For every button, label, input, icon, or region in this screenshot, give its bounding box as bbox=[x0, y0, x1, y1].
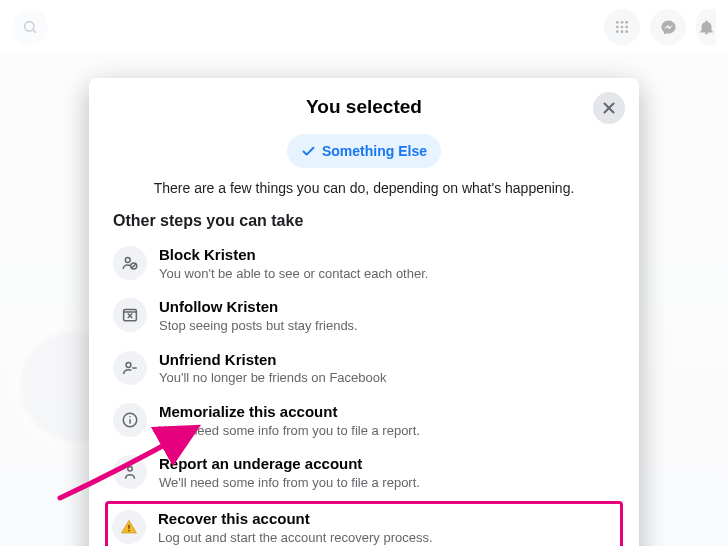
option-title: Unfollow Kristen bbox=[159, 298, 615, 317]
you-selected-modal: You selected Something Else There are a … bbox=[89, 78, 639, 546]
option-block[interactable]: Block Kristen You won't be able to see o… bbox=[107, 238, 621, 290]
option-sub: We'll need some info from you to file a … bbox=[159, 474, 615, 492]
section-title: Other steps you can take bbox=[89, 210, 639, 238]
something-else-chip[interactable]: Something Else bbox=[287, 134, 441, 168]
option-sub: Stop seeing posts but stay friends. bbox=[159, 317, 615, 335]
svg-point-13 bbox=[125, 258, 130, 263]
chip-label: Something Else bbox=[322, 143, 427, 159]
option-underage[interactable]: Report an underage account We'll need so… bbox=[107, 447, 621, 499]
modal-header: You selected bbox=[89, 78, 639, 130]
option-title: Unfriend Kristen bbox=[159, 351, 615, 370]
warning-icon bbox=[120, 518, 138, 536]
unfriend-icon bbox=[121, 359, 139, 377]
option-sub: You'll no longer be friends on Facebook bbox=[159, 369, 615, 387]
modal-intro-text: There are a few things you can do, depen… bbox=[89, 178, 639, 210]
check-icon bbox=[301, 144, 316, 159]
svg-point-25 bbox=[128, 467, 133, 472]
option-sub: Log out and start the account recovery p… bbox=[158, 529, 616, 546]
close-icon bbox=[600, 99, 618, 117]
modal-title: You selected bbox=[105, 96, 623, 118]
option-sub: You won't be able to see or contact each… bbox=[159, 265, 615, 283]
option-recover[interactable]: Recover this account Log out and start t… bbox=[105, 501, 623, 546]
svg-point-24 bbox=[129, 416, 131, 418]
svg-line-15 bbox=[132, 264, 136, 268]
option-memorialize[interactable]: Memorialize this account We'll need some… bbox=[107, 395, 621, 447]
underage-icon bbox=[121, 463, 139, 481]
svg-rect-26 bbox=[128, 525, 129, 529]
selected-chip-row: Something Else bbox=[89, 130, 639, 178]
svg-point-27 bbox=[128, 530, 130, 532]
option-title: Memorialize this account bbox=[159, 403, 615, 422]
option-unfollow[interactable]: Unfollow Kristen Stop seeing posts but s… bbox=[107, 290, 621, 342]
unfollow-icon bbox=[121, 306, 139, 324]
close-button[interactable] bbox=[593, 92, 625, 124]
option-title: Report an underage account bbox=[159, 455, 615, 474]
option-sub: We'll need some info from you to file a … bbox=[159, 422, 615, 440]
block-icon bbox=[121, 254, 139, 272]
svg-point-20 bbox=[126, 362, 131, 367]
option-list: Block Kristen You won't be able to see o… bbox=[89, 238, 639, 546]
option-title: Recover this account bbox=[158, 510, 616, 529]
option-title: Block Kristen bbox=[159, 246, 615, 265]
info-icon bbox=[121, 411, 139, 429]
option-unfriend[interactable]: Unfriend Kristen You'll no longer be fri… bbox=[107, 343, 621, 395]
